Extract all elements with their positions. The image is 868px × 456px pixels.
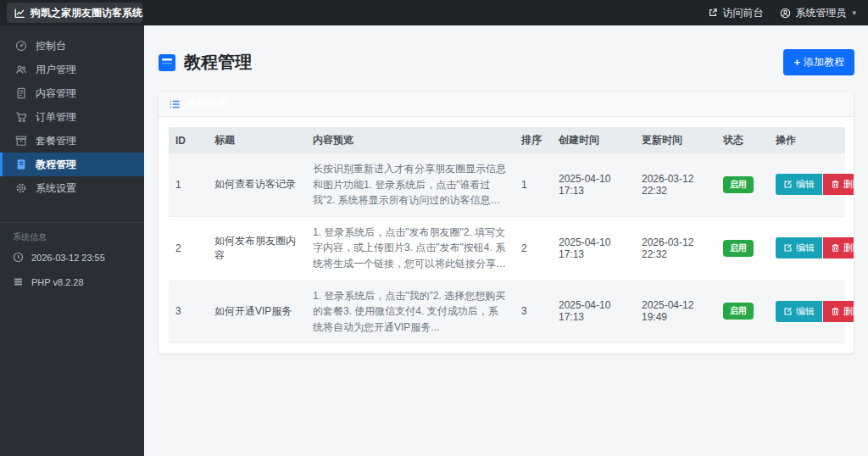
cell-status: 启用 (716, 280, 769, 343)
users-icon (15, 64, 27, 75)
cell-sort: 3 (515, 280, 552, 343)
sidebar-menu: 控制台 用户管理 内容管理 (0, 25, 144, 200)
system-info-title: 系统信息 (13, 231, 131, 243)
sidebar-item-content[interactable]: 内容管理 (0, 81, 144, 105)
page-title: 教程管理 (158, 51, 252, 74)
page-header: 教程管理 + 添加教程 (158, 49, 854, 75)
edit-button[interactable]: 编辑 (776, 174, 822, 195)
sidebar-item-tutorials[interactable]: 教程管理 (0, 153, 144, 176)
pencil-icon (783, 307, 793, 316)
cell-updated: 2026-03-12 22:32 (635, 153, 716, 216)
tutorial-card: 教程列表 ID 标题 内容预览 排序 创建时间 更新时间 状态 (158, 91, 854, 354)
col-updated: 更新时间 (635, 127, 716, 153)
cell-created: 2025-04-10 17:13 (552, 153, 635, 216)
pencil-icon (783, 180, 793, 189)
card-header: 教程列表 (159, 92, 854, 117)
app-brand[interactable]: 狗凯之家朋友圈访客系统 (7, 3, 142, 23)
col-actions: 操作 (769, 127, 845, 153)
cell-created: 2025-04-10 17:13 (552, 280, 635, 343)
system-info: 系统信息 2026-03-12 23:55 PHP v8.2.28 (0, 222, 144, 287)
journal-icon (158, 53, 176, 72)
cell-title: 如何查看访客记录 (208, 153, 306, 216)
topbar-right: 访问前台 系统管理员 ▾ (708, 6, 856, 20)
visit-front-link[interactable]: 访问前台 (708, 6, 763, 20)
clock-icon (13, 252, 24, 263)
plus-icon: + (793, 57, 800, 68)
cell-actions: 编辑 删除 (769, 216, 845, 280)
sidebar-item-users[interactable]: 用户管理 (0, 58, 144, 81)
cell-status: 启用 (716, 153, 769, 216)
system-time: 2026-03-12 23:55 (13, 252, 131, 263)
status-badge: 启用 (723, 176, 754, 193)
graph-icon (14, 8, 25, 19)
status-badge: 启用 (723, 240, 754, 257)
cell-created: 2025-04-10 17:13 (552, 216, 635, 280)
delete-button[interactable]: 删除 (823, 301, 854, 322)
table-row: 2 如何发布朋友圈内容 1. 登录系统后，点击"发布朋友圈"2. 填写文字内容，… (169, 216, 845, 280)
admin-menu[interactable]: 系统管理员 ▾ (780, 6, 856, 20)
card-body: ID 标题 内容预览 排序 创建时间 更新时间 状态 操作 1 如何查看访客记录 (159, 117, 854, 353)
sidebar-item-packages[interactable]: 套餐管理 (0, 129, 144, 153)
file-text-icon (15, 87, 27, 99)
col-status: 状态 (716, 127, 769, 153)
cart-icon (15, 111, 27, 123)
trash-icon (831, 307, 840, 316)
col-title: 标题 (208, 127, 306, 153)
php-version: PHP v8.2.28 (13, 276, 131, 287)
col-sort: 排序 (515, 127, 552, 153)
card-header-label: 教程列表 (186, 97, 227, 111)
list-icon (169, 98, 181, 110)
cell-id: 3 (169, 280, 208, 343)
sidebar-item-settings[interactable]: 系统设置 (0, 176, 144, 200)
pencil-icon (783, 243, 793, 253)
cell-actions: 编辑 删除 (769, 153, 845, 216)
external-link-icon (708, 8, 718, 18)
server-icon (13, 276, 24, 287)
cell-title: 如何开通VIP服务 (208, 280, 306, 343)
col-id: ID (169, 127, 208, 153)
brand-title: 狗凯之家朋友圈访客系统 (31, 6, 142, 20)
sidebar-item-dashboard[interactable]: 控制台 (0, 34, 144, 58)
table-row: 1 如何查看访客记录 长按识别重新进入才有分享朋友圈显示信息和图片功能1. 登录… (169, 153, 845, 216)
user-circle-icon (780, 8, 791, 19)
speedometer-icon (15, 40, 27, 52)
cell-preview: 1. 登录系统后，点击"我的"2. 选择您想购买的套餐3. 使用微信支付4. 支… (306, 280, 515, 343)
gear-icon (15, 182, 27, 194)
cell-status: 启用 (716, 216, 769, 280)
cell-preview: 长按识别重新进入才有分享朋友圈显示信息和图片功能1. 登录系统后，点击"谁看过我… (306, 153, 515, 216)
edit-button[interactable]: 编辑 (776, 237, 822, 259)
box-icon (15, 135, 27, 147)
trash-icon (831, 180, 840, 189)
cell-sort: 2 (515, 216, 552, 280)
tutorial-table: ID 标题 内容预览 排序 创建时间 更新时间 状态 操作 1 如何查看访客记录 (169, 127, 845, 343)
cell-sort: 1 (515, 153, 552, 216)
sidebar-item-orders[interactable]: 订单管理 (0, 105, 144, 129)
chevron-down-icon: ▾ (852, 8, 856, 17)
table-header-row: ID 标题 内容预览 排序 创建时间 更新时间 状态 操作 (169, 127, 845, 153)
cell-updated: 2026-03-12 22:32 (635, 216, 716, 280)
delete-button[interactable]: 删除 (823, 237, 854, 259)
delete-button[interactable]: 删除 (823, 174, 854, 195)
status-badge: 启用 (723, 303, 754, 320)
trash-icon (831, 243, 840, 253)
topbar: 狗凯之家朋友圈访客系统 访问前台 系统管理员 ▾ (0, 0, 868, 25)
table-row: 3 如何开通VIP服务 1. 登录系统后，点击"我的"2. 选择您想购买的套餐3… (169, 280, 845, 343)
cell-title: 如何发布朋友圈内容 (208, 216, 306, 280)
cell-updated: 2025-04-12 19:49 (635, 280, 716, 343)
book-icon (15, 158, 27, 170)
add-tutorial-button[interactable]: + 添加教程 (783, 49, 854, 75)
col-preview: 内容预览 (306, 127, 515, 153)
edit-button[interactable]: 编辑 (776, 301, 822, 322)
col-created: 创建时间 (552, 127, 635, 153)
cell-actions: 编辑 删除 (769, 280, 845, 343)
cell-preview: 1. 登录系统后，点击"发布朋友圈"2. 填写文字内容，或上传图片3. 点击"发… (306, 216, 515, 280)
cell-id: 2 (169, 216, 208, 280)
main-content: 教程管理 + 添加教程 教程列表 ID (144, 25, 868, 456)
cell-id: 1 (169, 153, 208, 216)
sidebar: 控制台 用户管理 内容管理 (0, 25, 144, 456)
